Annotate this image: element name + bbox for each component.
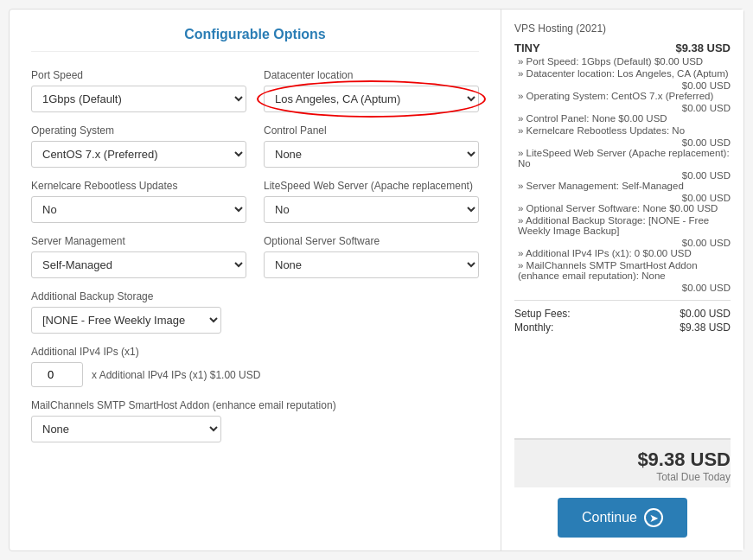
sub-item-datacenter: » Datacenter location: Los Angeles, CA (… [514, 68, 731, 79]
row-port-datacenter: Port Speed 1Gbps (Default) Datacenter lo… [31, 69, 479, 112]
os-select[interactable]: CentOS 7.x (Preferred) [31, 141, 246, 168]
product-price: $9.38 USD [675, 41, 731, 54]
panel-title: Configurable Options [31, 27, 479, 52]
ipv4-description: x Additional IPv4 IPs (x1) $1.00 USD [92, 369, 260, 381]
sub-item-mailchannels-price: $0.00 USD [514, 283, 731, 293]
order-summary-panel: VPS Hosting (2021) TINY $9.38 USD » Port… [501, 10, 743, 550]
port-speed-label: Port Speed [31, 69, 246, 81]
datacenter-group: Datacenter location Los Angeles, CA (Apt… [264, 69, 479, 112]
total-amount: $9.38 USD [514, 449, 731, 471]
ipv4-input[interactable] [31, 362, 83, 387]
backup-group: Additional Backup Storage [NONE - Free W… [31, 290, 479, 334]
sub-item-kernelcare: » Kernelcare Rebootless Updates: No [514, 125, 731, 136]
sub-item-ipv4: » Additional IPv4 IPs (x1): 0 $0.00 USD [514, 248, 731, 258]
backup-select[interactable]: [NONE - Free Weekly Image [31, 307, 221, 334]
continue-arrow-icon: ➤ [644, 508, 663, 527]
sub-item-datacenter-price: $0.00 USD [514, 80, 731, 91]
sub-item-mailchannels: » MailChannels SMTP SmartHost Addon (enh… [514, 260, 731, 281]
sub-item-kernelcare-price: $0.00 USD [514, 137, 731, 148]
mailchannels-label: MailChannels SMTP SmartHost Addon (enhan… [31, 399, 479, 411]
server-mgmt-select[interactable]: Self-Managed [31, 251, 246, 278]
sub-item-backup: » Additional Backup Storage: [NONE - Fre… [514, 215, 731, 236]
mailchannels-group: MailChannels SMTP SmartHost Addon (enhan… [31, 399, 479, 442]
setup-fees-row: Setup Fees: $0.00 USD [514, 308, 731, 320]
sub-item-cpanel: » Control Panel: None $0.00 USD [514, 113, 731, 124]
ipv4-group: Additional IPv4 IPs (x1) x Additional IP… [31, 346, 479, 387]
sub-item-port: » Port Speed: 1Gbps (Default) $0.00 USD [514, 56, 731, 67]
optional-server-label: Optional Server Software [264, 235, 479, 247]
order-title: VPS Hosting (2021) [514, 22, 731, 35]
ipv4-input-row: x Additional IPv4 IPs (x1) $1.00 USD [31, 362, 479, 387]
litespeed-group: LiteSpeed Web Server (Apache replacement… [264, 180, 479, 223]
ipv4-label: Additional IPv4 IPs (x1) [31, 346, 479, 358]
sub-item-optsoft: » Optional Server Software: None $0.00 U… [514, 203, 731, 213]
backup-label: Additional Backup Storage [31, 290, 479, 302]
total-box: $9.38 USD Total Due Today [514, 438, 731, 487]
mailchannels-select[interactable]: None [31, 416, 221, 442]
monthly-label: Monthly: [514, 321, 553, 334]
server-mgmt-group: Server Management Self-Managed [31, 235, 246, 278]
datacenter-select-wrapper: Los Angeles, CA (Aptum) [264, 86, 479, 112]
monthly-value: $9.38 USD [680, 321, 731, 334]
product-name: TINY [514, 41, 668, 54]
optional-server-group: Optional Server Software None [264, 235, 479, 278]
row-kernelcare-litespeed: Kernelcare Rebootless Updates No LiteSpe… [31, 180, 479, 223]
kernelcare-label: Kernelcare Rebootless Updates [31, 180, 246, 192]
os-label: Operating System [31, 124, 246, 137]
sub-item-litespeed-price: $0.00 USD [514, 170, 731, 181]
setup-fees-label: Setup Fees: [514, 308, 571, 320]
port-speed-select[interactable]: 1Gbps (Default) [31, 86, 246, 112]
kernelcare-select[interactable]: No [31, 196, 246, 223]
continue-button[interactable]: Continue ➤ [558, 498, 687, 538]
optional-server-select[interactable]: None [264, 251, 479, 278]
sub-item-litespeed: » LiteSpeed Web Server (Apache replaceme… [514, 148, 731, 169]
continue-btn-wrapper: Continue ➤ [514, 498, 731, 538]
sub-item-servermgmt: » Server Management: Self-Managed [514, 181, 731, 191]
configurable-options-panel: Configurable Options Port Speed 1Gbps (D… [10, 10, 501, 550]
datacenter-select[interactable]: Los Angeles, CA (Aptum) [264, 86, 479, 112]
litespeed-label: LiteSpeed Web Server (Apache replacement… [264, 180, 479, 192]
control-panel-select[interactable]: None [264, 141, 479, 168]
port-speed-group: Port Speed 1Gbps (Default) [31, 69, 246, 112]
sub-item-os-price: $0.00 USD [514, 103, 731, 113]
summary-divider [514, 300, 731, 301]
continue-label: Continue [582, 510, 637, 525]
server-mgmt-label: Server Management [31, 235, 246, 247]
sub-item-servermgmt-price: $0.00 USD [514, 193, 731, 203]
datacenter-label: Datacenter location [264, 69, 479, 81]
control-panel-group: Control Panel None [264, 124, 479, 168]
control-panel-label: Control Panel [264, 124, 479, 137]
sub-item-os: » Operating System: CentOS 7.x (Preferre… [514, 91, 731, 101]
setup-fees-value: $0.00 USD [680, 308, 731, 320]
litespeed-select[interactable]: No [264, 196, 479, 223]
product-row: TINY $9.38 USD [514, 41, 731, 54]
monthly-row: Monthly: $9.38 USD [514, 321, 731, 334]
order-summary: VPS Hosting (2021) TINY $9.38 USD » Port… [514, 22, 731, 438]
row-os-controlpanel: Operating System CentOS 7.x (Preferred) … [31, 124, 479, 168]
os-group: Operating System CentOS 7.x (Preferred) [31, 124, 246, 168]
row-servermgmt-optsoft: Server Management Self-Managed Optional … [31, 235, 479, 278]
total-label: Total Due Today [514, 471, 731, 483]
kernelcare-group: Kernelcare Rebootless Updates No [31, 180, 246, 223]
sub-item-backup-price: $0.00 USD [514, 238, 731, 248]
